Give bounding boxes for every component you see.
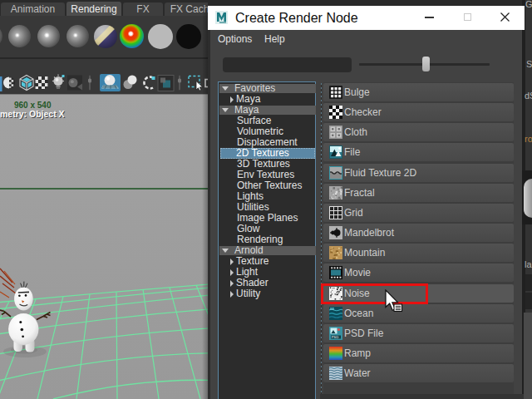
svg-text:PSD: PSD xyxy=(332,335,339,339)
